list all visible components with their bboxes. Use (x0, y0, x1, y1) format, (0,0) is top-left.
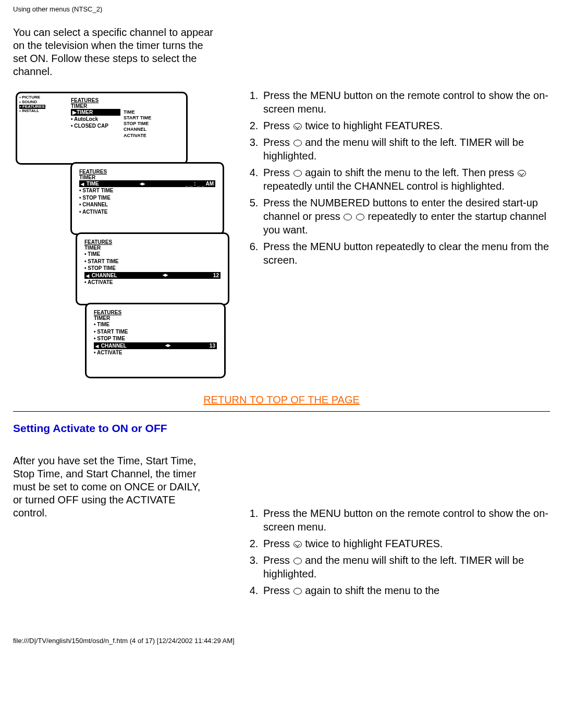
osd1-item-autolock: AutoLock (74, 116, 98, 122)
osd1-item-closedcap: CLOSED CAP (74, 123, 108, 129)
osd-graphic-column: • PICTURE • SOUND • FEATURES • INSTALL F… (13, 89, 232, 381)
osd1-highlight-row: ▶TIMER (71, 109, 120, 116)
osd4-a0: ACTIVATE (97, 350, 123, 355)
s1-step6-text: Press the MENU button repeatedly to clea… (263, 241, 549, 266)
section1-intro: You can select a specific channel to app… (13, 26, 216, 78)
s1-step1-text: Press the MENU button on the remote cont… (263, 90, 548, 115)
s1-step4-b: again to shift the menu to the left. The… (302, 167, 517, 178)
page-header-title: Using other menus (NTSC_2) (13, 5, 550, 13)
right-button-icon (293, 588, 302, 595)
osd2-highlight: TIME (87, 181, 99, 187)
footer-path: file:///D|/TV/english/150mt/osd/n_f.htm … (13, 637, 550, 645)
return-link-container: RETURN TO TOP OF THE PAGE (13, 394, 550, 406)
osd-screen-4: FEATURES TIMER • TIME • START TIME • STO… (85, 303, 226, 378)
osd4-b1: START TIME (97, 329, 128, 335)
s2-step4-b: again to shift the menu to the (302, 585, 440, 596)
left-button-icon (344, 214, 352, 220)
s1-step2: Press twice to highlight FEATURES. (261, 119, 550, 132)
s1-step3: Press and the menu will shift to the lef… (261, 135, 550, 163)
s1-step4-c: repeatedly until the CHANNEL control is … (263, 180, 505, 192)
osd-screen-1: • PICTURE • SOUND • FEATURES • INSTALL F… (16, 92, 188, 165)
s2-step2-b: twice to highlight FEATURES. (302, 538, 443, 549)
osd1-r-starttime: START TIME (124, 115, 151, 121)
s1-step3-a: Press (263, 137, 293, 148)
s1-step4: Press again to shift the menu to the lef… (261, 166, 550, 193)
section-divider (13, 411, 550, 412)
osd1-heading: FEATURES (71, 97, 120, 103)
s2-step1: Press the MENU button on the remote cont… (261, 507, 550, 534)
s2-step3-b: and the menu will shift to the left. TIM… (263, 554, 524, 579)
s1-step2-b: twice to highlight FEATURES. (302, 120, 443, 131)
right-button-icon (293, 140, 302, 146)
osd1-side-install: INSTALL (22, 108, 39, 113)
s2-step4-a: Press (263, 585, 293, 596)
osd2-i1: STOP TIME (82, 195, 111, 201)
down-button-icon (293, 123, 302, 130)
s1-step1: Press the MENU button on the remote cont… (261, 89, 550, 116)
osd1-right-list: TIME START TIME STOP TIME CHANNEL ACTIVA… (124, 97, 151, 139)
osd-graphic: • PICTURE • SOUND • FEATURES • INSTALL F… (13, 92, 224, 381)
osd3-a0: ACTIVATE (88, 279, 113, 285)
osd1-side-sound: SOUND (22, 100, 37, 104)
osd1-mainmenu: FEATURES TIMER ▶TIMER • AutoLock • CLOSE… (71, 97, 182, 139)
section2-columns: After you have set the Time, Start Time,… (13, 454, 550, 600)
osd4-value: 13 (210, 343, 215, 349)
osd4-highlight: CHANNEL (101, 343, 127, 349)
osd-screen-2: FEATURES TIMER ◀ TIME ◀▶ _ _ : _ _ AM • … (70, 162, 224, 235)
osd1-sidemenu: • PICTURE • SOUND • FEATURES • INSTALL (19, 95, 51, 114)
osd1-item-timer: TIMER (77, 109, 93, 115)
section2-intro: After you have set the Time, Start Time,… (13, 454, 211, 520)
section1-steps: Press the MENU button on the remote cont… (242, 89, 550, 267)
osd3-sub: TIMER (84, 245, 221, 251)
s2-step1-text: Press the MENU button on the remote cont… (263, 508, 548, 533)
osd3-b2: STOP TIME (88, 265, 116, 271)
s2-step2-a: Press (263, 538, 293, 549)
s2-step4: Press again to shift the menu to the (261, 584, 550, 597)
section1-columns: • PICTURE • SOUND • FEATURES • INSTALL F… (13, 89, 550, 381)
s2-step3-a: Press (263, 554, 293, 566)
return-to-top-link[interactable]: RETURN TO TOP OF THE PAGE (203, 394, 360, 405)
osd2-sub: TIMER (79, 175, 215, 180)
osd2-highlight-row: ◀ TIME ◀▶ _ _ : _ _ AM (79, 180, 215, 187)
s1-step2-a: Press (263, 120, 293, 131)
section2-intro-column: After you have set the Time, Start Time,… (13, 454, 232, 530)
osd4-b2: STOP TIME (97, 336, 125, 341)
right-button-icon (293, 170, 302, 177)
osd1-sub: TIMER (71, 103, 120, 109)
s2-step3: Press and the menu will shift to the lef… (261, 553, 550, 581)
section2-steps: Press the MENU button on the remote cont… (242, 507, 550, 597)
s1-step4-a: Press (263, 167, 293, 178)
osd1-r-activate: ACTIVATE (124, 133, 151, 139)
right-button-icon (356, 214, 364, 220)
section2-heading: Setting Activate to ON or OFF (13, 422, 550, 435)
osd2-i2: CHANNEL (82, 202, 108, 207)
s2-step2: Press twice to highlight FEATURES. (261, 537, 550, 550)
osd-screen-3: FEATURES TIMER • TIME • START TIME • STO… (76, 232, 229, 305)
osd4-sub: TIMER (94, 315, 217, 321)
section1-steps-column: Press the MENU button on the remote cont… (242, 89, 550, 270)
osd1-r-stoptime: STOP TIME (124, 121, 151, 127)
osd3-value: 12 (213, 273, 219, 278)
down-button-icon (293, 541, 302, 548)
osd1-side-picture: PICTURE (22, 95, 40, 100)
osd2-i0: START TIME (82, 188, 113, 193)
osd1-side-features: FEATURES (22, 104, 45, 109)
osd4-heading: FEATURES (94, 310, 217, 315)
osd3-b0: TIME (88, 251, 100, 257)
osd2-heading: FEATURES (79, 169, 215, 175)
page: Using other menus (NTSC_2) You can selec… (0, 0, 563, 655)
down-button-icon (518, 170, 526, 177)
osd3-highlight: CHANNEL (92, 273, 117, 278)
osd2-i3: ACTIVATE (82, 209, 108, 215)
section2-steps-column: Press the MENU button on the remote cont… (242, 454, 550, 600)
osd1-r-time: TIME (124, 109, 151, 115)
osd2-right-value: _ _ : _ _ AM (185, 181, 214, 187)
osd3-highlight-row: ◀ CHANNEL ◀▶ 12 (84, 272, 221, 279)
osd3-heading: FEATURES (84, 239, 221, 245)
s1-step3-b: and the menu will shift to the left. TIM… (263, 137, 524, 162)
right-button-icon (293, 558, 302, 564)
s1-step6: Press the MENU button repeatedly to clea… (261, 240, 550, 267)
s1-step5: Press the NUMBERED buttons to enter the … (261, 196, 550, 237)
osd4-b0: TIME (97, 322, 109, 327)
osd3-b1: START TIME (88, 258, 118, 264)
